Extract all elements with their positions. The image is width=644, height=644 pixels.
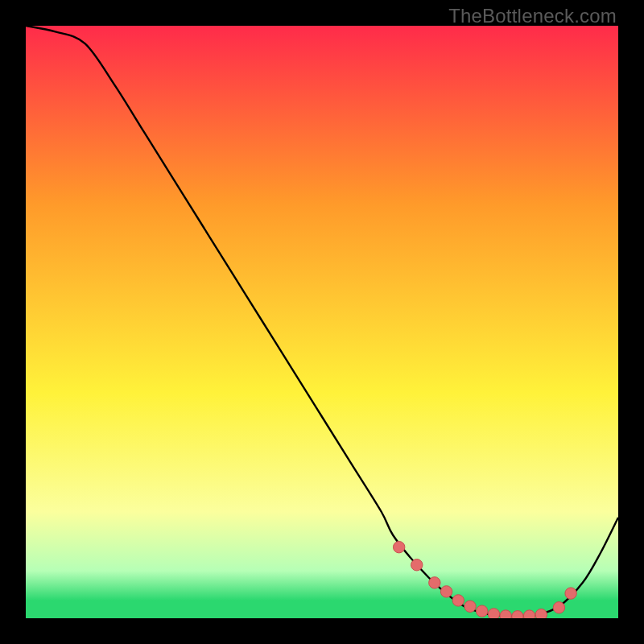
curve-marker bbox=[535, 609, 547, 618]
curve-marker bbox=[452, 595, 464, 606]
curve-marker bbox=[411, 559, 423, 571]
curve-marker bbox=[500, 610, 511, 618]
curve-marker bbox=[488, 609, 499, 618]
curve-marker bbox=[477, 605, 488, 617]
watermark-text: TheBottleneck.com bbox=[448, 5, 617, 27]
curve-marker bbox=[464, 601, 476, 612]
bottleneck-curve-chart bbox=[26, 26, 618, 618]
plot-area bbox=[26, 26, 618, 618]
curve-marker bbox=[393, 541, 404, 552]
curve-marker bbox=[512, 611, 523, 618]
curve-marker bbox=[565, 588, 576, 599]
curve-marker bbox=[440, 586, 452, 597]
chart-frame: TheBottleneck.com bbox=[0, 0, 644, 644]
gradient-background bbox=[26, 26, 618, 618]
curve-marker bbox=[429, 577, 440, 588]
curve-marker bbox=[553, 602, 564, 613]
curve-marker bbox=[523, 610, 535, 618]
